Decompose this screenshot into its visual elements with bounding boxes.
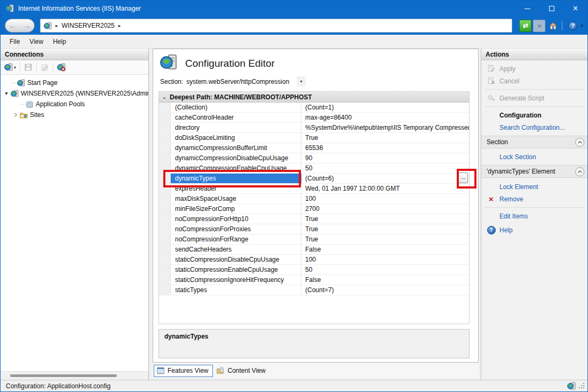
forward-icon[interactable]: → xyxy=(23,22,31,29)
table-row[interactable]: cacheControlHeader max-age=86400 xyxy=(159,113,469,123)
tree-item-sites[interactable]: Sites xyxy=(1,109,148,120)
property-value-cell[interactable]: True xyxy=(301,133,469,143)
table-row[interactable]: noCompressionForProxies True xyxy=(159,224,469,234)
property-name-cell[interactable]: dynamicCompressionBufferLimit xyxy=(171,143,301,153)
property-name-cell[interactable]: noCompressionForProxies xyxy=(171,224,301,234)
lock-element-link[interactable]: Lock Element xyxy=(481,181,587,193)
property-value-cell[interactable]: True xyxy=(301,234,469,244)
chevron-collapsed-icon[interactable] xyxy=(12,112,19,117)
search-configuration-link[interactable]: Search Configuration... xyxy=(481,121,587,134)
collapse-icon[interactable]: ⌄ xyxy=(159,94,170,100)
breadcrumb-arrow-icon[interactable]: ▸ xyxy=(118,23,121,28)
create-connection-button[interactable]: ▾ xyxy=(3,62,18,73)
property-name-cell[interactable]: noCompressionForRange xyxy=(171,234,301,244)
table-row[interactable]: maxDiskSpaceUsage 100 xyxy=(159,194,469,204)
table-row[interactable]: staticCompressionDisableCpuUsage 100 xyxy=(159,255,469,265)
table-row[interactable]: noCompressionForHttp10 True xyxy=(159,214,469,224)
ellipsis-button[interactable]: ... xyxy=(458,173,468,183)
property-value-cell[interactable]: (Count=1) xyxy=(301,103,469,112)
nav-back-forward[interactable]: ← → xyxy=(5,19,35,33)
minimize-button[interactable] xyxy=(515,1,539,17)
property-value-cell[interactable]: 100 xyxy=(301,255,469,264)
table-row[interactable]: noCompressionForRange True xyxy=(159,234,469,245)
back-icon[interactable]: ← xyxy=(9,22,17,29)
help-button[interactable]: ? xyxy=(567,20,579,32)
property-value-cell[interactable]: False xyxy=(301,245,469,254)
home-button[interactable] xyxy=(547,20,559,32)
tree-item-application-pools[interactable]: Application Pools xyxy=(1,99,148,109)
section-dropdown-value[interactable]: system.webServer/httpCompression xyxy=(186,78,289,85)
chevron-expanded-icon[interactable] xyxy=(3,91,10,96)
menu-file[interactable]: File xyxy=(5,36,25,48)
tab-features-view[interactable]: Features View xyxy=(154,365,213,377)
property-name-cell[interactable]: sendCacheHeaders xyxy=(171,245,301,254)
table-row[interactable]: directory %SystemDrive%\inetpub\temp\IIS… xyxy=(159,123,469,133)
table-row[interactable]: expiresHeader Wed, 01 Jan 1997 12:00:00 … xyxy=(159,184,469,194)
property-name-cell[interactable]: cacheControlHeader xyxy=(171,113,301,122)
property-value-cell[interactable]: (Count=6) xyxy=(301,174,469,183)
property-name-cell[interactable]: dynamicCompressionDisableCpuUsage xyxy=(171,153,301,163)
table-row[interactable]: sendCacheHeaders False xyxy=(159,245,469,255)
resize-grip[interactable] xyxy=(579,383,585,389)
property-value-cell[interactable]: 50 xyxy=(301,163,469,173)
actions-panel: Actions Apply Cancel Generate Script Co xyxy=(481,49,587,380)
table-row[interactable]: staticCompressionIgnoreHitFrequency Fals… xyxy=(159,275,469,285)
collapse-section-button[interactable] xyxy=(575,138,584,147)
table-row[interactable]: (Collection) (Count=1) xyxy=(159,103,469,113)
property-value-cell[interactable]: True xyxy=(301,224,469,234)
property-value-cell[interactable]: 2700 xyxy=(301,204,469,214)
table-row[interactable]: dynamicCompressionDisableCpuUsage 90 xyxy=(159,153,469,163)
menu-help[interactable]: Help xyxy=(48,36,71,48)
property-value-cell[interactable]: 65536 xyxy=(301,143,469,153)
property-name-cell[interactable]: maxDiskSpaceUsage xyxy=(171,194,301,203)
property-value-cell[interactable]: True xyxy=(301,214,469,224)
property-name-cell[interactable]: minFileSizeForComp xyxy=(171,204,301,214)
property-name-cell[interactable]: dynamicTypes xyxy=(171,174,301,183)
collapse-element-button[interactable] xyxy=(575,167,584,176)
breadcrumb-server[interactable]: WINSERVER2025 xyxy=(62,22,115,29)
remove-link[interactable]: × Remove xyxy=(481,193,587,205)
table-row[interactable]: dynamicCompressionEnableCpuUsage 50 xyxy=(159,163,469,174)
property-value-cell[interactable]: (Count=7) xyxy=(301,285,469,295)
property-value-cell[interactable]: Wed, 01 Jan 1997 12:00:00 GMT xyxy=(301,184,469,193)
close-button[interactable]: × xyxy=(563,1,587,17)
table-row[interactable]: doDiskSpaceLimiting True xyxy=(159,133,469,143)
property-value-cell[interactable]: max-age=86400 xyxy=(301,113,469,122)
property-value-cell[interactable]: 50 xyxy=(301,265,469,275)
address-bar[interactable]: ▸ WINSERVER2025 ▸ xyxy=(40,19,512,33)
table-row[interactable]: dynamicCompressionBufferLimit 65536 xyxy=(159,143,469,153)
refresh-button[interactable]: ⇄ xyxy=(519,20,531,32)
disconnect-button[interactable] xyxy=(55,62,67,73)
property-name-cell[interactable]: staticCompressionIgnoreHitFrequency xyxy=(171,275,301,285)
help-link[interactable]: ? Help xyxy=(481,224,587,236)
property-name-cell[interactable]: (Collection) xyxy=(171,103,301,112)
table-row[interactable]: staticCompressionEnableCpuUsage 50 xyxy=(159,265,469,275)
property-value-cell[interactable]: %SystemDrive%\inetpub\temp\IIS Temporary… xyxy=(301,123,469,132)
tree-item-start-page[interactable]: Start Page xyxy=(1,77,148,88)
table-row[interactable]: staticTypes (Count=7) xyxy=(159,285,469,295)
edit-items-link[interactable]: Edit Items xyxy=(481,210,587,222)
maximize-button[interactable] xyxy=(539,1,563,17)
property-name-cell[interactable]: directory xyxy=(171,123,301,132)
property-name-cell[interactable]: expiresHeader xyxy=(171,184,301,193)
table-row[interactable]: minFileSizeForComp 2700 xyxy=(159,204,469,214)
property-name-cell[interactable]: dynamicCompressionEnableCpuUsage xyxy=(171,163,301,173)
table-row[interactable]: dynamicTypes (Count=6) xyxy=(159,174,469,184)
scrollbar-thumb[interactable] xyxy=(10,374,117,377)
property-name-cell[interactable]: noCompressionForHttp10 xyxy=(171,214,301,224)
property-name-cell[interactable]: staticCompressionDisableCpuUsage xyxy=(171,255,301,264)
horizontal-scrollbar[interactable] xyxy=(1,371,148,380)
property-name-cell[interactable]: doDiskSpaceLimiting xyxy=(171,133,301,143)
tab-content-view[interactable]: Content View xyxy=(214,365,269,377)
section-dropdown-button[interactable]: ▾ xyxy=(297,76,306,87)
property-name-cell[interactable]: staticCompressionEnableCpuUsage xyxy=(171,265,301,275)
help-dropdown-icon[interactable]: ▾ xyxy=(581,23,583,28)
tree-item-server[interactable]: WINSERVER2025 (WINSERVER2025\Administrat… xyxy=(1,88,148,99)
menu-view[interactable]: View xyxy=(25,36,48,48)
lock-section-link[interactable]: Lock Section xyxy=(481,151,587,163)
property-value-cell[interactable]: 100 xyxy=(301,194,469,203)
grid-group-header[interactable]: ⌄ Deepest Path: MACHINE/WEBROOT/APPHOST xyxy=(159,92,469,103)
property-value-cell[interactable]: 90 xyxy=(301,153,469,163)
property-name-cell[interactable]: staticTypes xyxy=(171,285,301,295)
property-value-cell[interactable]: False xyxy=(301,275,469,285)
